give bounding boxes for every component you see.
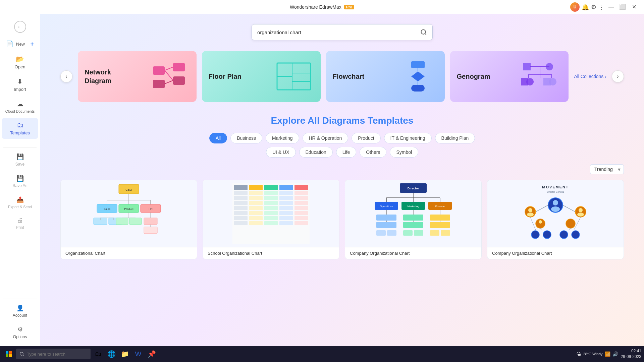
svg-rect-94 [234,221,248,225]
taskbar-search[interactable] [16,349,91,359]
template-grid-card-school[interactable]: School Organizational Chart [203,180,339,259]
sound-icon[interactable]: 🔊 [612,351,618,357]
start-button[interactable] [3,348,15,360]
taskbar-app-explorer[interactable]: 🗂 [92,348,104,360]
templates-icon: 🗂 [17,121,23,129]
weather-text: 28°C Windy [583,352,602,356]
svg-rect-65 [249,191,263,195]
sidebar-item-import[interactable]: ⬇ Import [2,74,38,95]
svg-rect-73 [294,196,308,200]
svg-rect-14 [411,61,425,68]
sidebar-item-open[interactable]: 📂 Open [2,52,38,73]
search-divider [416,28,416,36]
taskbar-app-edraw[interactable]: 📌 [146,348,158,360]
save-icon: 💾 [16,153,24,161]
svg-rect-75 [249,201,263,205]
titlebar-center: Wondershare EdrawMax Pro [290,4,354,10]
filter-all[interactable]: All [209,133,227,143]
template-card-floor[interactable]: Floor Plan [202,51,321,102]
svg-rect-93 [294,216,308,220]
sidebar-item-cloud[interactable]: ☁ Cloud Documents [2,97,38,117]
notification-icon[interactable]: 🔔 [582,3,589,11]
school-chart-label: School Organizational Chart [203,247,339,259]
taskbar-app-edge[interactable]: 🌐 [105,348,117,360]
filter-others[interactable]: Others [360,147,386,158]
sort-wrapper: Trending Newest Popular [590,164,624,174]
svg-rect-56 [144,227,157,234]
print-icon: 🖨 [17,217,23,224]
template-card-genogram[interactable]: Genogram [450,51,569,102]
search-input[interactable]: organizational chart [257,29,412,35]
filter-symbol[interactable]: Symbol [390,147,418,158]
svg-point-133 [553,200,558,205]
sort-select[interactable]: Trending Newest Popular [590,164,624,174]
template-card-flowchart[interactable]: Flowchart [326,51,445,102]
template-grid-card-org[interactable]: CEO Sales Product HR [60,180,197,259]
titlebar-controls: U 🔔 ⚙ ⋮ — ⬜ ✕ [570,2,639,12]
sidebar-account-label: Account [13,313,27,318]
svg-rect-84 [234,211,248,215]
next-button[interactable]: › [612,70,624,82]
svg-rect-91 [264,216,278,220]
sidebar-back-button[interactable]: ← [2,17,38,36]
svg-point-145 [543,231,551,239]
sidebar-item-print[interactable]: 🖨 Print [2,214,38,233]
minimize-button[interactable]: — [606,2,616,12]
search-button[interactable] [420,29,427,36]
sidebar-item-save[interactable]: 💾 Save [2,150,38,170]
filter-hr[interactable]: HR & Operation [303,133,348,143]
explore-title: Explore All Diagrams Templates [60,115,624,126]
filter-life[interactable]: Life [336,147,357,158]
filter-business[interactable]: Business [230,133,262,143]
svg-point-136 [528,208,532,212]
svg-point-141 [579,208,583,212]
svg-rect-59 [234,185,248,190]
sidebar-item-templates[interactable]: 🗂 Templates [2,118,38,139]
svg-line-8 [165,80,173,84]
filter-ui[interactable]: UI & UX [266,147,296,158]
maximize-button[interactable]: ⬜ [618,2,627,12]
svg-rect-86 [264,211,278,215]
template-card-network[interactable]: Network Diagram [78,51,197,102]
taskbar-app-word[interactable]: W [132,348,144,360]
svg-rect-128 [430,230,439,236]
sidebar-item-export[interactable]: 📤 Export & Send [2,193,38,212]
svg-rect-69 [234,196,248,200]
more-icon[interactable]: ⋮ [598,3,604,11]
filter-marketing[interactable]: Marketing [266,133,299,143]
sidebar-save-label: Save [15,162,24,167]
network-icon[interactable]: 📶 [605,351,610,357]
filter-row-2: UI & UX Education Life Others Symbol [60,147,624,158]
floor-card-title: Floor Plan [209,72,241,81]
prev-button[interactable]: ‹ [60,70,72,82]
svg-rect-76 [264,201,278,205]
genogram-card-title: Genogram [457,72,490,81]
sidebar-save-as-label: Save As [12,183,27,188]
filter-building[interactable]: Building Plan [435,133,475,143]
settings-icon[interactable]: ⚙ [591,3,596,11]
close-button[interactable]: ✕ [629,2,639,12]
template-grid-card-movement[interactable]: MOVEMENT Director General [487,180,624,259]
sidebar-item-account[interactable]: 👤 Account [2,301,38,321]
filter-it[interactable]: IT & Engineering [384,133,432,143]
svg-text:Director: Director [408,187,419,190]
filter-education[interactable]: Education [299,147,333,158]
sidebar-options-label: Options [13,335,27,339]
svg-point-147 [572,231,580,239]
svg-text:MOVEMENT: MOVEMENT [542,185,569,189]
plus-icon[interactable]: + [30,41,34,48]
svg-point-144 [531,231,539,239]
sidebar-item-new[interactable]: 📄 New + [2,38,38,50]
svg-rect-52 [116,218,128,225]
svg-point-134 [551,206,560,212]
taskbar-app-files[interactable]: 📁 [119,348,131,360]
template-grid-card-company[interactable]: Director Operations Marketing Finance [345,180,482,259]
all-collections-link[interactable]: All Collections › [574,74,606,79]
sidebar-item-options[interactable]: ⚙ Options [2,322,38,343]
system-clock[interactable]: 02:41 29-09-2023 [621,348,641,360]
svg-text:Operations: Operations [380,205,393,208]
sidebar-item-save-as[interactable]: 💾 Save As [2,171,38,191]
filter-product[interactable]: Product [352,133,380,143]
taskbar-search-input[interactable] [27,352,87,357]
user-avatar[interactable]: U [570,2,580,12]
